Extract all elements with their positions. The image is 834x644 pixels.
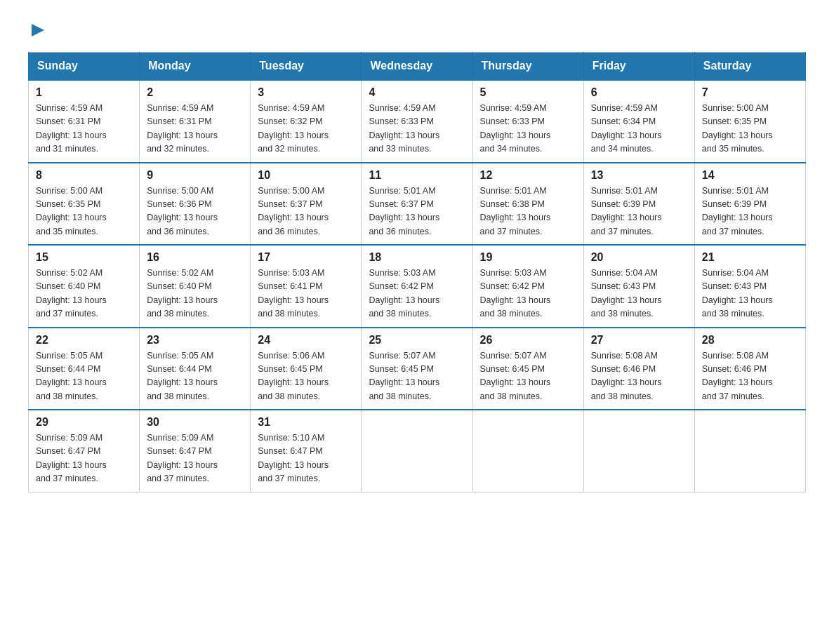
day-info: Sunrise: 5:03 AMSunset: 6:41 PMDaylight:… [258, 268, 329, 318]
day-info: Sunrise: 5:08 AMSunset: 6:46 PMDaylight:… [702, 351, 773, 401]
day-number: 20 [591, 251, 687, 264]
day-info: Sunrise: 5:05 AMSunset: 6:44 PMDaylight:… [147, 351, 218, 401]
calendar-cell: 18 Sunrise: 5:03 AMSunset: 6:42 PMDaylig… [362, 245, 472, 328]
day-number: 21 [702, 251, 798, 264]
day-number: 24 [258, 334, 354, 347]
calendar-cell: 1 Sunrise: 4:59 AMSunset: 6:31 PMDayligh… [29, 80, 140, 163]
calendar-cell: 19 Sunrise: 5:03 AMSunset: 6:42 PMDaylig… [472, 245, 583, 328]
day-number: 1 [36, 86, 132, 99]
day-number: 23 [147, 334, 243, 347]
day-number: 18 [369, 251, 465, 264]
day-number: 6 [591, 86, 687, 99]
calendar-header-wednesday: Wednesday [362, 53, 472, 81]
day-number: 2 [147, 86, 243, 99]
day-number: 17 [258, 251, 354, 264]
day-info: Sunrise: 5:08 AMSunset: 6:46 PMDaylight:… [591, 351, 662, 401]
day-info: Sunrise: 5:03 AMSunset: 6:42 PMDaylight:… [480, 268, 551, 318]
day-info: Sunrise: 5:10 AMSunset: 6:47 PMDaylight:… [258, 433, 329, 483]
day-info: Sunrise: 5:01 AMSunset: 6:37 PMDaylight:… [369, 186, 439, 236]
day-number: 14 [702, 169, 798, 182]
calendar-header-saturday: Saturday [694, 53, 805, 81]
calendar-cell: 27 Sunrise: 5:08 AMSunset: 6:46 PMDaylig… [583, 328, 694, 410]
calendar-cell [583, 410, 694, 492]
day-number: 16 [147, 251, 243, 264]
day-info: Sunrise: 5:01 AMSunset: 6:38 PMDaylight:… [480, 186, 551, 236]
day-number: 15 [36, 251, 132, 264]
calendar-cell: 7 Sunrise: 5:00 AMSunset: 6:35 PMDayligh… [694, 80, 805, 163]
day-info: Sunrise: 5:06 AMSunset: 6:45 PMDaylight:… [258, 351, 329, 401]
day-info: Sunrise: 5:03 AMSunset: 6:42 PMDaylight:… [369, 268, 439, 318]
calendar-cell: 12 Sunrise: 5:01 AMSunset: 6:38 PMDaylig… [472, 163, 583, 246]
calendar-cell: 24 Sunrise: 5:06 AMSunset: 6:45 PMDaylig… [251, 328, 362, 410]
day-info: Sunrise: 5:07 AMSunset: 6:45 PMDaylight:… [369, 351, 439, 401]
calendar-header-thursday: Thursday [472, 53, 583, 81]
day-number: 30 [147, 416, 243, 429]
day-info: Sunrise: 5:02 AMSunset: 6:40 PMDaylight:… [147, 268, 218, 318]
calendar-cell: 28 Sunrise: 5:08 AMSunset: 6:46 PMDaylig… [694, 328, 805, 410]
day-info: Sunrise: 5:05 AMSunset: 6:44 PMDaylight:… [36, 351, 107, 401]
day-info: Sunrise: 4:59 AMSunset: 6:31 PMDaylight:… [147, 103, 218, 154]
day-info: Sunrise: 5:04 AMSunset: 6:43 PMDaylight:… [702, 268, 773, 318]
logo [28, 21, 46, 38]
calendar-cell: 3 Sunrise: 4:59 AMSunset: 6:32 PMDayligh… [251, 80, 362, 163]
day-number: 27 [591, 334, 687, 347]
day-number: 11 [369, 169, 465, 182]
day-number: 26 [480, 334, 576, 347]
day-number: 25 [369, 334, 465, 347]
logo-arrow-icon [30, 22, 46, 38]
calendar-cell: 2 Sunrise: 4:59 AMSunset: 6:31 PMDayligh… [140, 80, 251, 163]
calendar-cell: 14 Sunrise: 5:01 AMSunset: 6:39 PMDaylig… [694, 163, 805, 246]
calendar-cell: 22 Sunrise: 5:05 AMSunset: 6:44 PMDaylig… [29, 328, 140, 410]
calendar-header-friday: Friday [583, 53, 694, 81]
calendar-table: SundayMondayTuesdayWednesdayThursdayFrid… [28, 52, 806, 492]
day-info: Sunrise: 5:09 AMSunset: 6:47 PMDaylight:… [147, 433, 218, 483]
day-info: Sunrise: 5:01 AMSunset: 6:39 PMDaylight:… [702, 186, 773, 236]
svg-marker-0 [32, 24, 44, 36]
day-number: 9 [147, 169, 243, 182]
day-number: 4 [369, 86, 465, 99]
day-info: Sunrise: 5:09 AMSunset: 6:47 PMDaylight:… [36, 433, 107, 483]
day-number: 12 [480, 169, 576, 182]
calendar-cell: 31 Sunrise: 5:10 AMSunset: 6:47 PMDaylig… [251, 410, 362, 492]
calendar-cell [362, 410, 472, 492]
day-info: Sunrise: 4:59 AMSunset: 6:32 PMDaylight:… [258, 103, 329, 154]
day-info: Sunrise: 4:59 AMSunset: 6:33 PMDaylight:… [480, 103, 551, 154]
calendar-header-sunday: Sunday [29, 53, 140, 81]
calendar-cell: 5 Sunrise: 4:59 AMSunset: 6:33 PMDayligh… [472, 80, 583, 163]
calendar-header-row: SundayMondayTuesdayWednesdayThursdayFrid… [29, 53, 806, 81]
day-number: 5 [480, 86, 576, 99]
calendar-week-row: 8 Sunrise: 5:00 AMSunset: 6:35 PMDayligh… [29, 163, 806, 246]
calendar-week-row: 15 Sunrise: 5:02 AMSunset: 6:40 PMDaylig… [29, 245, 806, 328]
day-info: Sunrise: 5:00 AMSunset: 6:35 PMDaylight:… [36, 186, 107, 236]
day-number: 3 [258, 86, 354, 99]
day-info: Sunrise: 5:01 AMSunset: 6:39 PMDaylight:… [591, 186, 662, 236]
calendar-cell [694, 410, 805, 492]
page-header [28, 21, 806, 38]
calendar-cell: 30 Sunrise: 5:09 AMSunset: 6:47 PMDaylig… [140, 410, 251, 492]
day-info: Sunrise: 5:00 AMSunset: 6:37 PMDaylight:… [258, 186, 329, 236]
day-number: 13 [591, 169, 687, 182]
day-number: 10 [258, 169, 354, 182]
calendar-cell: 25 Sunrise: 5:07 AMSunset: 6:45 PMDaylig… [362, 328, 472, 410]
calendar-cell: 13 Sunrise: 5:01 AMSunset: 6:39 PMDaylig… [583, 163, 694, 246]
day-number: 31 [258, 416, 354, 429]
calendar-cell: 15 Sunrise: 5:02 AMSunset: 6:40 PMDaylig… [29, 245, 140, 328]
day-number: 22 [36, 334, 132, 347]
calendar-cell: 17 Sunrise: 5:03 AMSunset: 6:41 PMDaylig… [251, 245, 362, 328]
day-number: 28 [702, 334, 798, 347]
calendar-cell [472, 410, 583, 492]
day-number: 8 [36, 169, 132, 182]
calendar-cell: 20 Sunrise: 5:04 AMSunset: 6:43 PMDaylig… [583, 245, 694, 328]
calendar-cell: 4 Sunrise: 4:59 AMSunset: 6:33 PMDayligh… [362, 80, 472, 163]
calendar-cell: 23 Sunrise: 5:05 AMSunset: 6:44 PMDaylig… [140, 328, 251, 410]
calendar-week-row: 1 Sunrise: 4:59 AMSunset: 6:31 PMDayligh… [29, 80, 806, 163]
calendar-week-row: 29 Sunrise: 5:09 AMSunset: 6:47 PMDaylig… [29, 410, 806, 492]
calendar-cell: 21 Sunrise: 5:04 AMSunset: 6:43 PMDaylig… [694, 245, 805, 328]
day-info: Sunrise: 5:00 AMSunset: 6:36 PMDaylight:… [147, 186, 218, 236]
day-info: Sunrise: 4:59 AMSunset: 6:33 PMDaylight:… [369, 103, 439, 154]
day-number: 7 [702, 86, 798, 99]
calendar-cell: 9 Sunrise: 5:00 AMSunset: 6:36 PMDayligh… [140, 163, 251, 246]
day-info: Sunrise: 5:02 AMSunset: 6:40 PMDaylight:… [36, 268, 107, 318]
calendar-header-tuesday: Tuesday [251, 53, 362, 81]
calendar-cell: 16 Sunrise: 5:02 AMSunset: 6:40 PMDaylig… [140, 245, 251, 328]
